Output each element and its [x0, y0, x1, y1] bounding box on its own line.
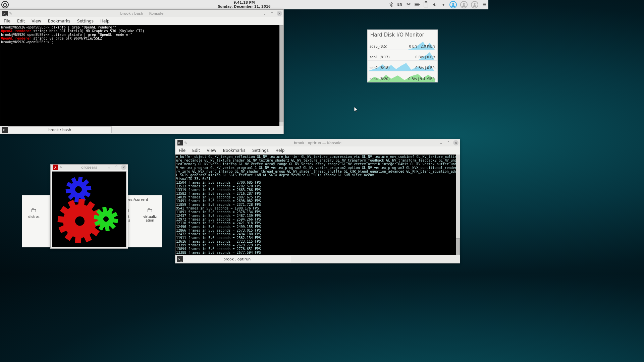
folder-item-distros[interactable]: 🗀 distros: [25, 206, 43, 222]
window-title: brook : bash — Konsole: [120, 11, 164, 16]
cursor-icon: [354, 107, 359, 114]
menu-settings[interactable]: Settings: [77, 19, 94, 23]
glxgears-window[interactable]: X ✎ glxgears ⌄ ⌃ ✕: [50, 164, 128, 249]
clock[interactable]: 9:41:18 PM Sunday, December 11, 2016: [218, 1, 271, 9]
svg-rect-1: [419, 4, 420, 5]
pin-icon[interactable]: ✎: [9, 11, 12, 16]
svg-point-6: [463, 3, 465, 4]
opensuse-logo-icon[interactable]: [1, 1, 9, 8]
clipboard-icon[interactable]: [423, 2, 429, 7]
terminal-icon: >_: [2, 11, 8, 16]
maximize-button[interactable]: ⌃: [446, 140, 451, 145]
terminal-output[interactable]: e_buffer_object GL_NV_texgen_reflection …: [175, 155, 460, 255]
user-avatar-3[interactable]: [471, 1, 478, 8]
new-tab-button[interactable]: >_: [177, 256, 183, 262]
svg-rect-10: [74, 197, 79, 202]
svg-point-7: [474, 3, 475, 4]
gear-green-icon: [92, 205, 120, 233]
svg-rect-35: [102, 207, 107, 212]
battery-icon[interactable]: [415, 2, 420, 7]
disk-row-sda5: sda5_(8:5) 0 B/s | 2.0 KiB/s: [368, 39, 437, 50]
minimize-button[interactable]: ⌄: [262, 11, 267, 16]
menu-edit[interactable]: Edit: [192, 148, 200, 153]
new-tab-button[interactable]: >_: [2, 127, 8, 133]
svg-rect-13: [86, 186, 92, 190]
maximize-button[interactable]: ⌃: [269, 11, 275, 16]
svg-rect-42: [94, 215, 99, 220]
titlebar[interactable]: >_ ✎ brook : optirun — Konsole ⌄ ⌃ ✕: [175, 139, 460, 146]
disk-row-sdb4: sdb4_(8:20) 0 B/s | 9.4 MiB/s: [368, 71, 437, 82]
titlebar[interactable]: X ✎ glxgears ⌄ ⌃ ✕: [51, 165, 128, 170]
konsole-window-1[interactable]: >_ ✎ brook : bash — Konsole ⌄ ⌃ ✕ File E…: [0, 9, 284, 134]
terminal-output[interactable]: brook@VN592G-openSUSE:~> glxinfo | grep …: [0, 25, 283, 126]
bluetooth-icon[interactable]: [388, 2, 394, 7]
menu-edit[interactable]: Edit: [17, 19, 25, 23]
svg-rect-4: [425, 1, 427, 2]
disk-row-sdb2: sdb2_(8:18) 0 B/s | 0 B/s: [368, 61, 437, 71]
pin-icon[interactable]: ✎: [184, 141, 187, 145]
svg-rect-14: [66, 189, 71, 193]
tray-expand-icon[interactable]: ▾: [441, 2, 446, 7]
window-title: glxgears: [81, 165, 97, 170]
scrollbar[interactable]: [279, 25, 283, 126]
svg-rect-41: [113, 218, 118, 223]
folder-icon: 🗀: [25, 206, 43, 214]
svg-point-5: [452, 3, 454, 4]
glxgears-canvas: [52, 171, 126, 247]
user-avatar-1[interactable]: [449, 1, 457, 8]
svg-rect-22: [75, 236, 82, 243]
top-panel: 9:41:18 PM Sunday, December 11, 2016 EN …: [0, 0, 488, 9]
titlebar[interactable]: >_ ✎ brook : bash — Konsole ⌄ ⌃ ✕: [0, 10, 283, 17]
time: 9:41:18 PM: [218, 1, 271, 5]
konsole-window-2[interactable]: >_ ✎ brook : optirun — Konsole ⌄ ⌃ ✕ Fil…: [175, 139, 460, 263]
menu-help[interactable]: Help: [275, 148, 284, 153]
close-button[interactable]: ✕: [277, 11, 282, 16]
disk-row-sdb1: sdb1_(8:17) 0 B/s | 0 B/s: [368, 50, 437, 61]
disk-io-monitor-widget[interactable]: Hard Disk I/O Monitor sda5_(8:5) 0 B/s |…: [367, 29, 438, 82]
minimize-button[interactable]: ⌄: [438, 140, 444, 145]
menu-help[interactable]: Help: [100, 19, 109, 23]
tabbar: >_ brook : optirun: [175, 255, 460, 263]
volume-icon[interactable]: [432, 2, 437, 7]
gear-blue-icon: [64, 175, 93, 204]
menu-bookmarks[interactable]: Bookmarks: [223, 148, 246, 153]
menu-view[interactable]: View: [32, 19, 41, 23]
svg-rect-2: [415, 4, 419, 5]
close-button[interactable]: ✕: [121, 165, 126, 170]
svg-rect-3: [424, 2, 428, 7]
menu-view[interactable]: View: [207, 148, 216, 153]
menu-file[interactable]: File: [179, 148, 185, 153]
tabbar: >_ brook : bash: [0, 126, 283, 134]
close-button[interactable]: ✕: [453, 140, 459, 145]
maximize-button[interactable]: ⌃: [114, 165, 119, 170]
wifi-icon[interactable]: [406, 2, 411, 7]
tab[interactable]: brook : optirun: [183, 256, 291, 262]
terminal-icon: >_: [177, 140, 183, 145]
menubar: File Edit View Bookmarks Settings Help: [0, 17, 283, 25]
scrollbar[interactable]: [456, 155, 460, 255]
keyboard-lang[interactable]: EN: [397, 2, 402, 7]
folder-icon: 🗀: [141, 206, 159, 214]
svg-rect-21: [78, 199, 85, 206]
svg-rect-9: [78, 177, 83, 182]
pin-icon[interactable]: ✎: [59, 165, 62, 170]
menu-bookmarks[interactable]: Bookmarks: [48, 19, 70, 23]
menu-icon[interactable]: ☰: [482, 2, 487, 7]
menu-settings[interactable]: Settings: [252, 148, 269, 153]
gear-red-icon: [56, 197, 104, 245]
window-title: brook : optirun — Konsole: [294, 141, 341, 145]
widget-title: Hard Disk I/O Monitor: [368, 30, 437, 39]
menu-file[interactable]: File: [4, 19, 10, 23]
tab[interactable]: brook : bash: [8, 126, 112, 133]
menubar: File Edit View Bookmarks Settings Help: [175, 146, 460, 155]
folder-item-virtualization[interactable]: 🗀 virtualiz ation: [141, 206, 159, 222]
svg-rect-28: [57, 216, 64, 223]
svg-rect-36: [105, 226, 110, 231]
minimize-button[interactable]: ⌄: [106, 165, 112, 170]
date: Sunday, December 11, 2016: [218, 5, 271, 9]
user-avatar-2[interactable]: [460, 1, 468, 8]
x-icon: X: [53, 165, 58, 170]
